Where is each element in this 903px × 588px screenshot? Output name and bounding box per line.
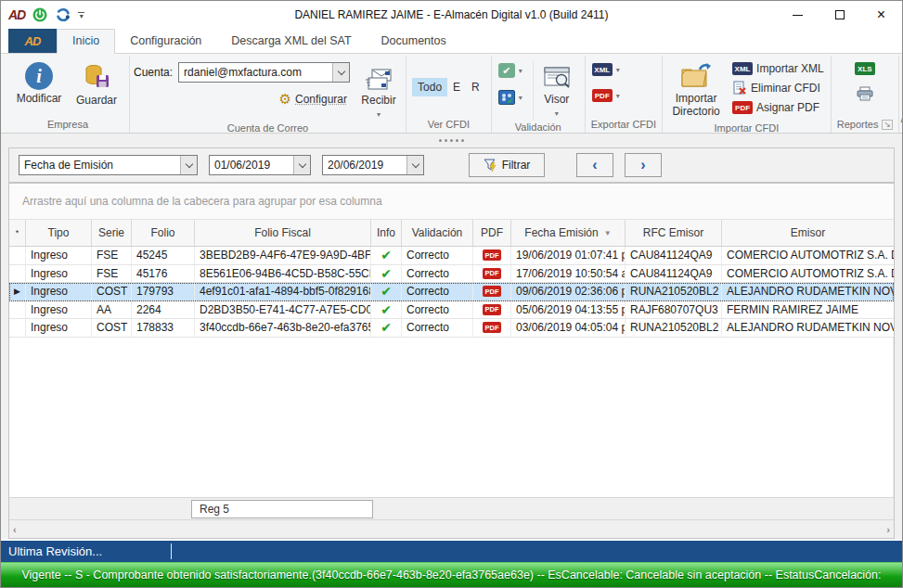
cell-serie[interactable]: COST: [92, 319, 132, 337]
eliminar-cfdi-button[interactable]: Eliminar CFDI: [729, 79, 827, 97]
pdf-file-icon[interactable]: PDF: [483, 322, 501, 333]
cell-serie[interactable]: COST: [92, 283, 132, 300]
header-rfc-emisor[interactable]: RFC Emisor: [626, 220, 722, 246]
account-combobox[interactable]: rdaniel@mxfactura.com: [178, 62, 350, 83]
cell-validacion[interactable]: Correcto: [402, 319, 473, 337]
cell-fecha-emision[interactable]: 09/06/2019 02:36:06 p. m: [511, 283, 626, 300]
date-to-combobox[interactable]: 20/06/2019: [322, 155, 424, 175]
pdf-file-icon[interactable]: PDF: [483, 304, 501, 315]
visor-button[interactable]: Visor ▾: [533, 61, 581, 121]
cell-folio[interactable]: 178833: [132, 319, 195, 337]
row-indicator[interactable]: ▶: [9, 319, 26, 337]
date-to-dropdown-icon[interactable]: [406, 156, 423, 174]
cell-emisor[interactable]: COMERCIO AUTOMOTRIZ S.A. DE C.V.: [722, 265, 894, 283]
reporte-xls-button[interactable]: XLS: [852, 60, 878, 77]
cell-rfc-emisor[interactable]: CAU841124QA9: [626, 265, 722, 283]
maximize-button[interactable]: [819, 2, 860, 29]
tab-documentos[interactable]: Documentos: [367, 30, 461, 53]
header-folio-fiscal[interactable]: Folio Fiscal: [195, 220, 371, 246]
cell-info[interactable]: ✔: [371, 319, 402, 337]
table-row[interactable]: ▶ Ingreso COST 179793 4ef91c01-afa1-4894…: [9, 283, 894, 301]
ver-e-button[interactable]: E: [447, 78, 466, 96]
header-fecha-emision[interactable]: Fecha Emisión ▼: [511, 220, 626, 246]
cell-pdf[interactable]: PDF: [473, 283, 511, 300]
cell-fecha-emision[interactable]: 17/06/2019 10:50:54 a. m: [511, 265, 626, 283]
cell-pdf[interactable]: PDF: [473, 319, 511, 337]
importar-directorio-button[interactable]: Importar Directorio: [666, 57, 726, 121]
table-row[interactable]: ▶ Ingreso FSE 45176 8E561E06-94B6-4C5D-B…: [9, 265, 894, 284]
cell-folio-fiscal[interactable]: D2BD3B50-E741-4C77-A7E5-CD05BC: [195, 301, 371, 319]
cell-serie[interactable]: FSE: [92, 265, 132, 283]
ver-r-button[interactable]: R: [466, 78, 485, 96]
asignar-pdf-button[interactable]: PDF Asignar PDF: [729, 99, 827, 116]
header-folio[interactable]: Folio: [132, 220, 195, 246]
cell-validacion[interactable]: Correcto: [402, 247, 473, 264]
cell-emisor[interactable]: ALEJANDRO RUDAMETKIN NOVIKOFF: [722, 283, 894, 300]
ver-todo-button[interactable]: Todo: [412, 78, 447, 96]
cell-folio[interactable]: 179793: [132, 283, 195, 300]
row-indicator[interactable]: ▶: [9, 265, 26, 283]
cell-info[interactable]: ✔: [371, 247, 402, 264]
recibir-button[interactable]: Recibir ▾: [355, 62, 402, 121]
row-indicator[interactable]: ▶: [9, 247, 26, 264]
cell-rfc-emisor[interactable]: RAJF680707QU3: [626, 301, 722, 319]
close-button[interactable]: ×: [860, 2, 902, 29]
cell-emisor[interactable]: ALEJANDRO RUDAMETKIN NOVIKOFF: [722, 319, 894, 337]
cell-fecha-emision[interactable]: 05/06/2019 04:13:55 p. m: [511, 301, 626, 319]
date-from-combobox[interactable]: 01/06/2019: [209, 155, 311, 175]
cell-emisor[interactable]: COMERCIO AUTOMOTRIZ S.A. DE C.V.: [722, 247, 894, 264]
exportar-xml-button[interactable]: XML ▾: [589, 61, 623, 78]
table-row[interactable]: ▶ Ingreso AA 2264 D2BD3B50-E741-4C77-A7E…: [9, 301, 894, 320]
date-from-dropdown-icon[interactable]: [293, 156, 310, 174]
minimize-button[interactable]: [777, 2, 819, 29]
cell-tipo[interactable]: Ingreso: [26, 247, 92, 264]
cell-validacion[interactable]: Correcto: [402, 265, 473, 283]
file-menu-button[interactable]: AD: [8, 29, 57, 53]
exportar-pdf-button[interactable]: PDF ▾: [589, 87, 623, 104]
header-tipo[interactable]: Tipo: [26, 220, 92, 246]
cell-tipo[interactable]: Ingreso: [26, 283, 92, 300]
pdf-file-icon[interactable]: PDF: [483, 286, 501, 297]
table-row[interactable]: ▶ Ingreso FSE 45245 3BEBD2B9-A4F6-47E9-9…: [9, 247, 894, 265]
modificar-button[interactable]: i Modificar: [10, 57, 68, 109]
cell-folio[interactable]: 45176: [132, 265, 195, 283]
cell-info[interactable]: ✔: [371, 301, 402, 319]
validacion-masiva-button[interactable]: ✔ ▾: [496, 88, 525, 107]
horizontal-scrollbar[interactable]: ‹ ›: [9, 519, 894, 538]
select-all-header[interactable]: *: [9, 220, 26, 246]
pdf-file-icon[interactable]: PDF: [483, 268, 501, 279]
cell-pdf[interactable]: PDF: [473, 265, 511, 283]
cell-validacion[interactable]: Correcto: [402, 283, 473, 300]
cell-validacion[interactable]: Correcto: [402, 301, 473, 319]
splitter-handle[interactable]: [8, 134, 895, 147]
header-info[interactable]: Info: [371, 220, 402, 246]
cell-folio-fiscal[interactable]: 3f40ccdb-66e7-463b-8e20-efa3765ae: [195, 319, 371, 337]
row-indicator[interactable]: ▶: [9, 283, 26, 300]
tab-configuracion[interactable]: Configuración: [115, 30, 216, 53]
group-by-panel[interactable]: Arrastre aquí una columna de la cabecera…: [9, 184, 894, 220]
imprimir-button[interactable]: [854, 84, 876, 103]
prev-page-button[interactable]: ‹: [576, 153, 613, 177]
collapse-ribbon-icon[interactable]: ∧: [899, 112, 903, 125]
cell-serie[interactable]: FSE: [92, 247, 132, 264]
importar-xml-button[interactable]: XML Importar XML: [729, 60, 827, 77]
next-page-button[interactable]: ›: [625, 153, 662, 177]
header-pdf[interactable]: PDF: [473, 220, 511, 246]
sync-icon[interactable]: [55, 6, 71, 23]
scroll-left-icon[interactable]: ‹: [13, 524, 17, 535]
table-row[interactable]: ▶ Ingreso COST 178833 3f40ccdb-66e7-463b…: [9, 319, 894, 338]
scroll-right-icon[interactable]: ›: [886, 524, 890, 535]
cell-tipo[interactable]: Ingreso: [26, 265, 92, 283]
guardar-button[interactable]: Guardar: [68, 57, 125, 110]
cell-tipo[interactable]: Ingreso: [26, 319, 92, 337]
cell-folio-fiscal[interactable]: 3BEBD2B9-A4F6-47E9-9A9D-4BFF050: [195, 247, 371, 264]
header-validacion[interactable]: Validación: [402, 220, 473, 246]
cell-folio-fiscal[interactable]: 8E561E06-94B6-4C5D-B58C-55CEC03: [195, 265, 371, 283]
cell-fecha-emision[interactable]: 03/06/2019 04:05:04 p. m: [511, 319, 626, 337]
header-emisor[interactable]: Emisor: [722, 220, 894, 246]
cell-rfc-emisor[interactable]: CAU841124QA9: [626, 247, 722, 264]
tab-inicio[interactable]: Inicio: [57, 29, 115, 54]
qat-customize-icon[interactable]: ▾: [78, 12, 84, 19]
tab-descarga-xml-sat[interactable]: Descarga XML del SAT: [216, 30, 366, 53]
validar-button[interactable]: ✔ ▾: [496, 61, 525, 80]
